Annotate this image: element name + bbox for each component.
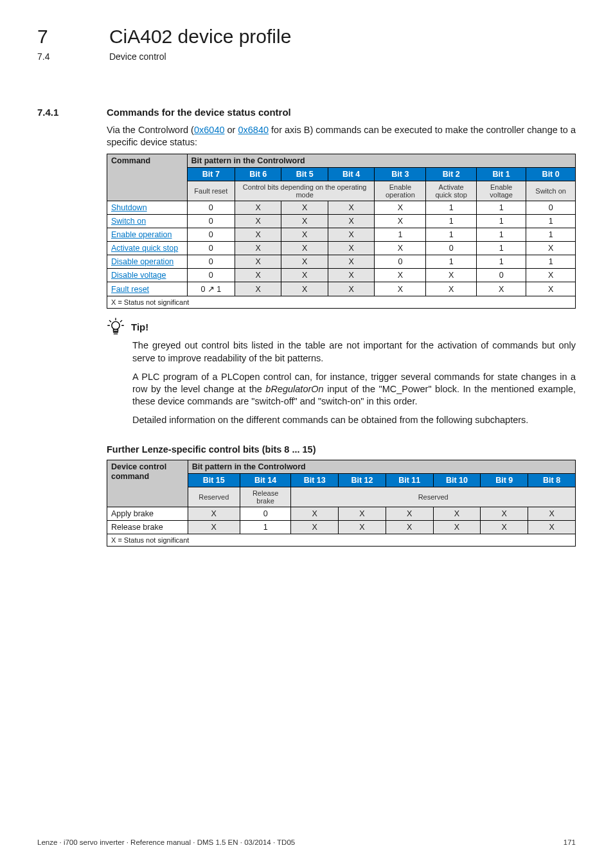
cell: 0 <box>375 255 426 269</box>
t2-sub-release: Release brake <box>240 487 291 507</box>
chapter-title: CiA402 device profile <box>109 26 292 48</box>
cell: 1 <box>526 255 576 269</box>
t2-bit10: Bit 10 <box>433 474 481 487</box>
commands-table: Command Bit pattern in the Controlword B… <box>107 154 576 309</box>
cell: X <box>281 215 328 228</box>
cell: X <box>281 269 328 282</box>
link-0x6840[interactable]: 0x6840 <box>238 125 269 135</box>
cell: X <box>375 269 426 282</box>
footer-page-number: 171 <box>564 838 576 846</box>
tip-p3: Detailed information on the different co… <box>132 414 576 426</box>
tip-body: The greyed out control bits listed in th… <box>132 339 576 426</box>
cell: X <box>281 282 328 296</box>
cell: 1 <box>426 201 476 215</box>
cell: X <box>281 228 328 242</box>
cell: X <box>328 242 374 255</box>
link-0x6040[interactable]: 0x6040 <box>194 125 225 135</box>
cmd-link[interactable]: Shutdown <box>111 203 147 212</box>
cmd-link[interactable]: Fault reset <box>111 285 149 294</box>
cell: X <box>235 228 281 242</box>
cell: 0 <box>187 228 235 242</box>
cmd-link[interactable]: Activate quick stop <box>111 244 178 253</box>
cell: 1 <box>476 215 526 228</box>
cell: X <box>328 201 374 215</box>
cell: 0 <box>426 242 476 255</box>
cell: 1 <box>476 242 526 255</box>
tip-p2: A PLC program of a PLCopen control can, … <box>132 371 576 408</box>
cmd-link[interactable]: Disable operation <box>111 257 173 266</box>
t2-bit12: Bit 12 <box>339 474 386 487</box>
lightbulb-icon <box>107 318 125 336</box>
table-row: Release brake X 1 X X X X X X <box>107 521 576 534</box>
cell: 0 <box>476 269 526 282</box>
cell: 1 <box>426 255 476 269</box>
t1-span-header: Bit pattern in the Controlword <box>187 154 575 168</box>
cell: X <box>328 269 374 282</box>
cell: X <box>375 282 426 296</box>
t2-bit11: Bit 11 <box>386 474 433 487</box>
cell: 1 <box>476 201 526 215</box>
table-row: Switch on 0 X X X X 1 1 1 <box>107 215 576 228</box>
tip-heading: Tip! <box>107 318 576 336</box>
cell: X <box>328 228 374 242</box>
t1-sub-switchon: Switch on <box>526 181 576 201</box>
cell: 1 <box>476 228 526 242</box>
t2-sub-reserved0: Reserved <box>188 487 240 507</box>
intro-mid: or <box>225 125 238 135</box>
cmd-link[interactable]: Switch on <box>111 217 146 226</box>
svg-line-2 <box>120 321 121 322</box>
cell: X <box>235 282 281 296</box>
cell: X <box>188 507 240 521</box>
t2-span-header: Bit pattern in the Controlword <box>188 460 575 474</box>
cell: X <box>291 521 339 534</box>
t2-col0-header: Device control command <box>107 460 188 507</box>
intro-paragraph: Via the Controlword (0x6040 or 0x6840 fo… <box>107 124 576 149</box>
cell: 1 <box>526 228 576 242</box>
t1-bit0: Bit 0 <box>526 168 576 181</box>
cell: 0 ↗ 1 <box>187 282 235 296</box>
svg-point-5 <box>112 322 120 330</box>
table-row: Disable operation 0 X X X 0 1 1 1 <box>107 255 576 269</box>
cell: X <box>375 201 426 215</box>
cell: 0 <box>187 269 235 282</box>
t1-sub-enableop: Enable operation <box>375 181 426 201</box>
footer-left: Lenze · i700 servo inverter · Reference … <box>37 838 295 846</box>
intro-pre: Via the Controlword ( <box>107 125 194 135</box>
section-title: Commands for the device status control <box>107 107 291 118</box>
cell: X <box>528 521 576 534</box>
section-heading: 7.4.1 Commands for the device status con… <box>37 107 576 118</box>
cell: X <box>188 521 240 534</box>
cell: X <box>375 215 426 228</box>
t1-footnote: X = Status not significant <box>107 296 576 309</box>
cell: 1 <box>476 255 526 269</box>
tip-p1: The greyed out control bits listed in th… <box>132 339 576 364</box>
t2-sub-reserved-span: Reserved <box>291 487 576 507</box>
cell: X <box>426 269 476 282</box>
cell: 0 <box>187 242 235 255</box>
tip-label: Tip! <box>131 321 148 332</box>
cell: X <box>528 507 576 521</box>
cell: X <box>281 242 328 255</box>
cell: X <box>291 507 339 521</box>
t2-bit13: Bit 13 <box>291 474 339 487</box>
cell: 0 <box>526 201 576 215</box>
cell: 1 <box>240 521 291 534</box>
cell: X <box>339 521 386 534</box>
cell: X <box>281 201 328 215</box>
table-row: Enable operation 0 X X X 1 1 1 1 <box>107 228 576 242</box>
cell: X <box>328 215 374 228</box>
table-row: Shutdown 0 X X X X 1 1 0 <box>107 201 576 215</box>
t1-bit6: Bit 6 <box>235 168 281 181</box>
cell: 1 <box>426 228 476 242</box>
chapter-number: 7 <box>37 26 107 48</box>
cmd-link[interactable]: Enable operation <box>111 230 172 239</box>
cmd-link[interactable]: Disable voltage <box>111 271 166 280</box>
cell: 0 <box>187 201 235 215</box>
t1-bit3: Bit 3 <box>375 168 426 181</box>
cell: X <box>339 507 386 521</box>
t1-bit1: Bit 1 <box>476 168 526 181</box>
cell: X <box>433 521 481 534</box>
t2-col0a: Device control <box>111 462 166 471</box>
cell: 0 <box>240 507 291 521</box>
cell: 0 <box>187 215 235 228</box>
